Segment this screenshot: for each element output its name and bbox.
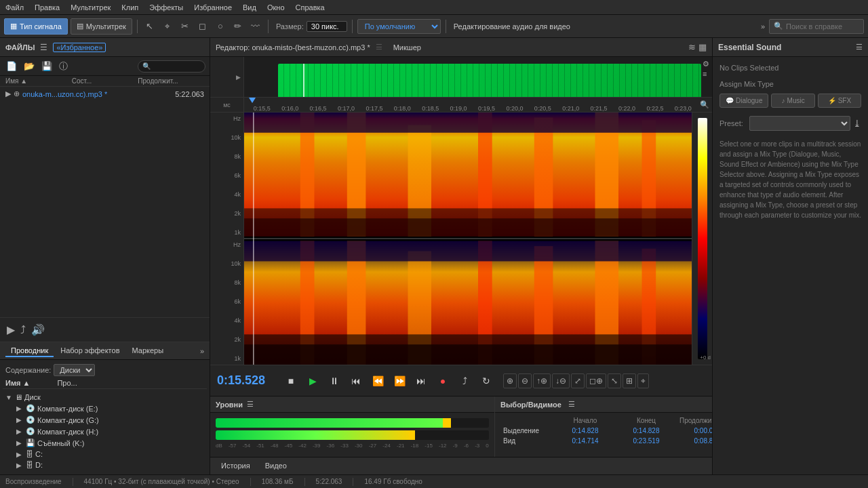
- ruler-mark-2: 0:16,5: [310, 105, 327, 112]
- timeline-ruler[interactable]: мс 0:15,5 0:16,0 0:16,5 0:17,0 0:17,5 0:…: [210, 98, 712, 113]
- waveform-area[interactable]: ▶ ⚙ ≡: [210, 57, 712, 98]
- tab-markers[interactable]: Маркеры: [127, 345, 170, 357]
- save-file-icon[interactable]: 💾: [39, 60, 54, 73]
- waveform-track[interactable]: [278, 64, 701, 98]
- waveform-view-icon[interactable]: ≋: [688, 42, 696, 52]
- spectrogram-area[interactable]: Hz 10k 8k 6k 4k 2k 1k Hz 10k 8k 6k 4k 2k…: [210, 113, 712, 365]
- menu-effects[interactable]: Эффекты: [149, 3, 183, 12]
- essential-menu-icon[interactable]: ☰: [856, 43, 863, 52]
- zoom-custom-button[interactable]: ⌖: [637, 373, 649, 388]
- lasso-tool-icon[interactable]: ○: [213, 19, 228, 34]
- skip-back-button[interactable]: ⏮: [347, 372, 365, 390]
- file-item[interactable]: ▶ ⊕ onuka-m...uzon.cc).mp3 * 5:22.063: [0, 88, 210, 100]
- music-button[interactable]: ♪ Music: [771, 94, 814, 108]
- zoom-out-amp-button[interactable]: ↓⊖: [552, 373, 570, 388]
- col-name-header[interactable]: Имя ▲: [5, 77, 72, 85]
- col-status-header[interactable]: Сост...: [72, 77, 138, 85]
- pause-button[interactable]: ⏸: [326, 372, 343, 390]
- track-settings-icon[interactable]: ⚙: [703, 60, 709, 68]
- menu-window[interactable]: Окно: [267, 3, 285, 12]
- selection-menu-icon[interactable]: ☰: [568, 400, 575, 409]
- menu-view[interactable]: Вид: [243, 3, 256, 12]
- zoom-in-amp-button[interactable]: ↑⊕: [533, 373, 551, 388]
- menu-edit[interactable]: Правка: [35, 3, 60, 12]
- zoom-out-full-button[interactable]: ⤡: [608, 373, 621, 388]
- favorites-label[interactable]: «Избранное»: [53, 43, 106, 52]
- sfx-button[interactable]: ⚡ SFX: [818, 94, 861, 108]
- levels-menu-icon[interactable]: ☰: [247, 400, 254, 409]
- preset-select[interactable]: [749, 116, 850, 131]
- record-button[interactable]: ●: [434, 372, 452, 390]
- marquee-tool-icon[interactable]: ◻: [195, 19, 210, 34]
- menu-clip[interactable]: Клип: [121, 3, 138, 12]
- signal-type-button[interactable]: ▦ Тип сигнала: [4, 18, 68, 35]
- zoom-full-button[interactable]: ⤢: [571, 373, 585, 388]
- panels-expand-icon[interactable]: »: [761, 22, 765, 30]
- sel-row2-end[interactable]: 0:23.519: [616, 436, 677, 446]
- menu-file[interactable]: Файл: [5, 3, 24, 12]
- tree-root[interactable]: ▼ 🖥 Диск: [3, 392, 207, 403]
- menu-multitrack[interactable]: Мультитрек: [71, 3, 111, 12]
- menu-favorites[interactable]: Избранное: [194, 3, 232, 12]
- tab-video[interactable]: Видео: [260, 460, 292, 472]
- stop-button[interactable]: ■: [282, 372, 300, 390]
- play-button[interactable]: ▶: [304, 372, 321, 390]
- size-input[interactable]: [307, 21, 347, 32]
- dialogue-button[interactable]: 💬 Dialogue: [719, 94, 768, 108]
- sel-row1-end[interactable]: 0:14.828: [616, 426, 677, 436]
- tab-history[interactable]: История: [216, 460, 256, 472]
- fast-forward-button[interactable]: ⏩: [391, 372, 408, 390]
- scale-mark-12: -24: [382, 443, 391, 449]
- tree-drive-c[interactable]: ▶ 🗄 C:: [3, 449, 207, 460]
- tree-drive-h[interactable]: ▶ 💿 Компакт-диск (H:): [3, 426, 207, 437]
- mixer-button[interactable]: Микшер: [388, 42, 427, 53]
- preset-dropdown[interactable]: По умолчанию: [357, 19, 441, 34]
- new-file-icon[interactable]: 📄: [4, 60, 19, 73]
- loop-button[interactable]: ↻: [477, 372, 495, 390]
- brush-tool-icon[interactable]: 〰: [248, 19, 263, 34]
- tab-effects[interactable]: Набор эффектов: [55, 345, 125, 357]
- playback-status: Воспроизведение: [5, 478, 62, 485]
- search-box[interactable]: 🔍: [769, 19, 864, 34]
- sel-row1-start[interactable]: 0:14.828: [555, 426, 616, 436]
- time-tool-icon[interactable]: ⌖: [160, 19, 175, 34]
- open-file-icon[interactable]: 📂: [22, 60, 37, 73]
- zoom-sel-button[interactable]: ◻⊕: [586, 373, 606, 388]
- explorer-expand-icon[interactable]: »: [200, 347, 204, 355]
- mini-volume-button[interactable]: 🔊: [31, 323, 45, 336]
- multitrack-button[interactable]: ▤ Мультитрек: [71, 18, 132, 35]
- content-dropdown[interactable]: Диски: [54, 364, 95, 376]
- tree-drive-e[interactable]: ▶ 💿 Компакт-диск (E:): [3, 403, 207, 414]
- tab-explorer[interactable]: Проводник: [5, 345, 54, 357]
- bottom-tabs: История Видео: [210, 457, 712, 474]
- select-tool-icon[interactable]: ↖: [142, 19, 157, 34]
- mini-export-button[interactable]: ⤴: [20, 324, 26, 336]
- fast-back-button[interactable]: ⏪: [369, 372, 387, 390]
- col-duration-header[interactable]: Продолжит...: [138, 77, 204, 85]
- zoom-out-time-button[interactable]: ⊖: [518, 373, 532, 388]
- drive-col-name[interactable]: Имя ▲: [5, 379, 30, 387]
- skip-forward-button[interactable]: ⏭: [412, 372, 430, 390]
- ruler-zoom-icon[interactable]: 🔍: [700, 100, 709, 109]
- zoom-reset-button[interactable]: ⊞: [623, 373, 636, 388]
- preset-save-icon[interactable]: ⤓: [853, 118, 861, 129]
- files-menu-icon[interactable]: ☰: [39, 41, 49, 54]
- file-name-label[interactable]: onuka-m...uzon.cc).mp3 *: [22, 90, 172, 98]
- export-button[interactable]: ⤴: [456, 372, 473, 390]
- info-icon[interactable]: ⓘ: [57, 59, 70, 74]
- tree-drive-d[interactable]: ▶ 🗄 D:: [3, 460, 207, 470]
- tree-drive-k[interactable]: ▶ 💾 Съёмный (K:): [3, 437, 207, 449]
- files-search-input[interactable]: [138, 60, 205, 73]
- mini-play-button[interactable]: ▶: [7, 323, 15, 336]
- sel-row2-start[interactable]: 0:14.714: [555, 436, 616, 446]
- track-list-icon[interactable]: ≡: [703, 70, 709, 78]
- levels-panel: Уровни ☰: [210, 396, 495, 457]
- ruler-mark-14: 0:22,5: [646, 105, 663, 112]
- spectrogram-view-icon[interactable]: ▦: [698, 42, 707, 52]
- razor-tool-icon[interactable]: ✂: [178, 19, 193, 34]
- pencil-tool-icon[interactable]: ✏: [231, 19, 245, 34]
- tree-drive-g[interactable]: ▶ 💿 Компакт-диск (G:): [3, 414, 207, 426]
- search-input[interactable]: [786, 22, 854, 30]
- zoom-in-time-button[interactable]: ⊕: [503, 373, 517, 388]
- menu-help[interactable]: Справка: [296, 3, 325, 12]
